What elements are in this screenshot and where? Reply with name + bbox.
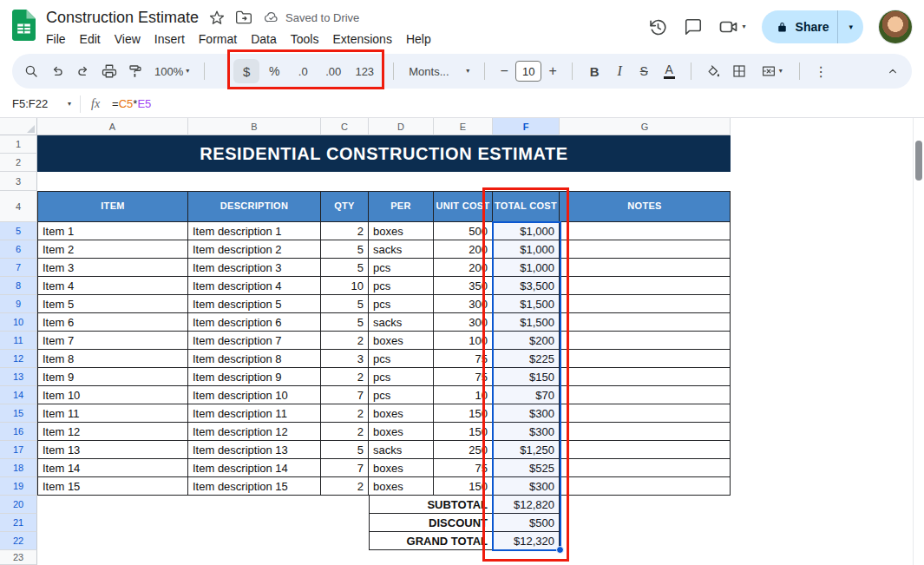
cell-total-cost[interactable]: $1,000	[493, 240, 560, 259]
cell-notes[interactable]	[560, 350, 731, 368]
cell-notes[interactable]	[560, 240, 731, 259]
cell-description[interactable]: Item description 8	[188, 350, 321, 368]
cell-description[interactable]: Item description 14	[188, 459, 321, 477]
summary-value-subtotal[interactable]: $12,820	[493, 496, 560, 514]
cell-per[interactable]: sacks	[369, 441, 434, 459]
row-header-1[interactable]: 1	[0, 135, 37, 154]
document-title[interactable]: Construction Estimate	[46, 9, 199, 27]
row-header-10[interactable]: 10	[0, 313, 37, 332]
cell-total-cost[interactable]: $1,000	[493, 259, 560, 277]
cell-notes[interactable]	[560, 277, 731, 295]
row-header-2[interactable]: 2	[0, 154, 37, 172]
decrease-font-size-button[interactable]: −	[495, 59, 514, 83]
row-header-6[interactable]: 6	[0, 240, 37, 259]
row-header-15[interactable]: 15	[0, 404, 37, 423]
row-header-19[interactable]: 19	[0, 477, 37, 496]
cell-total-cost[interactable]: $225	[493, 350, 560, 368]
cell-blank[interactable]	[37, 532, 369, 550]
cell-notes[interactable]	[560, 441, 731, 459]
cell-unit-cost[interactable]: 200	[434, 240, 493, 259]
cell-qty[interactable]: 5	[321, 441, 369, 459]
more-options-button[interactable]: ⋮	[809, 59, 832, 83]
undo-button[interactable]	[45, 59, 69, 83]
summary-label-subtotal[interactable]: SUBTOTAL	[369, 496, 493, 514]
row-header-23[interactable]: 23	[0, 550, 37, 565]
table-header-item[interactable]: ITEM	[37, 191, 188, 222]
cell-unit-cost[interactable]: 200	[434, 259, 493, 277]
cell-unit-cost[interactable]: 500	[434, 222, 493, 240]
cell-per[interactable]: sacks	[369, 240, 434, 259]
cell-notes[interactable]	[560, 259, 731, 277]
version-history-icon[interactable]	[648, 17, 668, 37]
cell-unit-cost[interactable]: 100	[434, 332, 493, 350]
cell-notes[interactable]	[560, 313, 731, 332]
cell-item[interactable]: Item 5	[37, 295, 188, 313]
cell-unit-cost[interactable]: 300	[434, 295, 493, 313]
cell-unit-cost[interactable]: 75	[434, 350, 493, 368]
cell-notes[interactable]	[560, 477, 731, 496]
star-icon[interactable]	[208, 9, 226, 26]
row-header-11[interactable]: 11	[0, 332, 37, 350]
cell-unit-cost[interactable]: 250	[434, 441, 493, 459]
cell-total-cost[interactable]: $1,500	[493, 313, 560, 332]
cell-per[interactable]: pcs	[369, 350, 434, 368]
row-header-22[interactable]: 22	[0, 532, 37, 550]
cell-qty[interactable]: 5	[321, 259, 369, 277]
cell-unit-cost[interactable]: 75	[434, 459, 493, 477]
cell-blank[interactable]	[560, 514, 731, 532]
cell-per[interactable]: pcs	[369, 259, 434, 277]
cell-total-cost[interactable]: $300	[493, 423, 560, 441]
cell-qty[interactable]: 2	[321, 423, 369, 441]
cell-per[interactable]: pcs	[369, 295, 434, 313]
cell-item[interactable]: Item 14	[37, 459, 188, 477]
cell-description[interactable]: Item description 13	[188, 441, 321, 459]
italic-button[interactable]: I	[608, 59, 631, 83]
fill-color-button[interactable]	[701, 59, 725, 83]
row-header-20[interactable]: 20	[0, 496, 37, 514]
cell-description[interactable]: Item description 7	[188, 332, 321, 350]
summary-label-grand-total[interactable]: GRAND TOTAL	[369, 532, 493, 550]
summary-value-grand-total[interactable]: $12,320	[493, 532, 560, 550]
share-button[interactable]: Share	[762, 10, 838, 43]
cell-per[interactable]: sacks	[369, 313, 434, 332]
table-header-qty[interactable]: QTY	[321, 191, 369, 222]
cell-item[interactable]: Item 6	[37, 313, 188, 332]
cell-qty[interactable]: 5	[321, 313, 369, 332]
cell-per[interactable]: pcs	[369, 368, 434, 386]
column-header-A[interactable]: A	[37, 118, 188, 135]
paint-format-button[interactable]	[123, 59, 147, 83]
borders-button[interactable]	[727, 59, 751, 83]
summary-label-discount[interactable]: DISCOUNT	[369, 514, 493, 532]
share-dropdown-button[interactable]: ▾	[838, 10, 863, 43]
cell-item[interactable]: Item 13	[37, 441, 188, 459]
cell-unit-cost[interactable]: 300	[434, 313, 493, 332]
meet-button[interactable]: ▾	[718, 16, 746, 37]
cell-description[interactable]: Item description 15	[188, 477, 321, 496]
cell-unit-cost[interactable]: 150	[434, 477, 493, 496]
cell-qty[interactable]: 2	[321, 477, 369, 496]
cell-description[interactable]: Item description 10	[188, 386, 321, 404]
row-header-12[interactable]: 12	[0, 350, 37, 368]
text-color-button[interactable]: A	[657, 59, 681, 83]
font-selector[interactable]: Monts... ▾	[403, 59, 475, 83]
cell-blank[interactable]	[37, 496, 369, 514]
table-header-unit-cost[interactable]: UNIT COST	[434, 191, 493, 222]
cell-description[interactable]: Item description 9	[188, 368, 321, 386]
format-percent-button[interactable]: %	[261, 59, 287, 83]
column-header-C[interactable]: C	[321, 118, 369, 135]
menu-edit[interactable]: Edit	[73, 30, 108, 48]
cell-description[interactable]: Item description 1	[188, 222, 321, 240]
cell-unit-cost[interactable]: 75	[434, 368, 493, 386]
cell-item[interactable]: Item 12	[37, 423, 188, 441]
cell-per[interactable]: boxes	[369, 332, 434, 350]
row-header-3[interactable]: 3	[0, 172, 37, 191]
cell-per[interactable]: boxes	[369, 222, 434, 240]
menu-tools[interactable]: Tools	[284, 30, 326, 48]
cell-blank[interactable]	[37, 514, 369, 532]
row-header-21[interactable]: 21	[0, 514, 37, 532]
table-header-total-cost[interactable]: TOTAL COST	[493, 191, 560, 222]
sheets-logo-icon[interactable]	[12, 10, 36, 41]
menu-help[interactable]: Help	[399, 30, 438, 48]
row-header-8[interactable]: 8	[0, 277, 37, 295]
cell-total-cost[interactable]: $1,250	[493, 441, 560, 459]
